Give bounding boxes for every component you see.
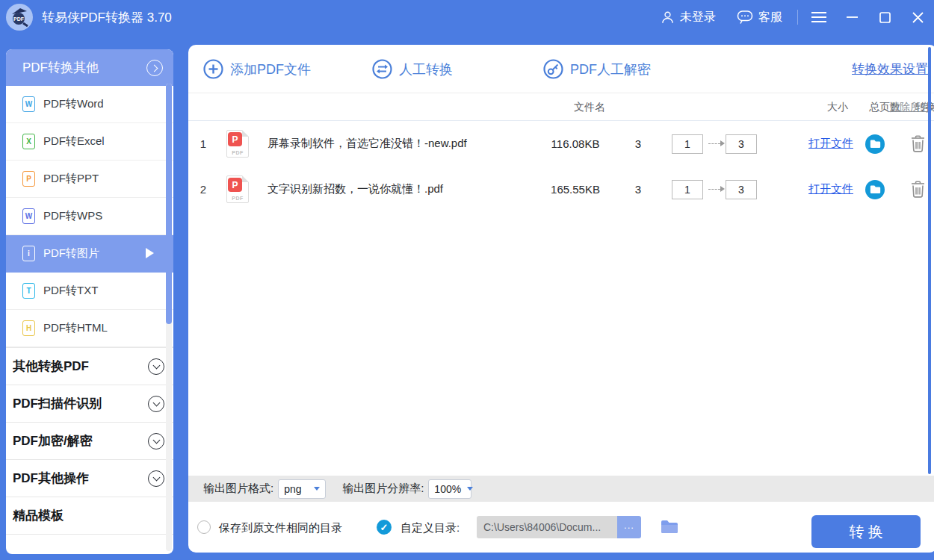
pdf-manual-decrypt-button[interactable]: PDF人工解密 [543, 45, 651, 93]
sidebar-item-pdf-to-excel[interactable]: X PDF转Excel [6, 123, 173, 161]
save-same-dir-label: 保存到原文件相同的目录 [219, 521, 342, 535]
support-button[interactable]: 客服 [726, 10, 793, 25]
sidebar-category-label: 精品模板 [13, 507, 64, 524]
clear-all-link[interactable]: 清除所有 [889, 101, 931, 114]
sidebar-header-pdf-convert-other[interactable]: PDF转换其他 [6, 49, 173, 86]
delete-file-button[interactable] [910, 135, 926, 153]
custom-dir-path-input[interactable] [477, 516, 617, 538]
output-settings-bar: 输出图片格式: png 输出图片分辨率: 100% [188, 476, 934, 502]
sidebar-category-premium-templates[interactable]: 精品模板 [6, 497, 173, 535]
output-format-label: 输出图片格式: [203, 482, 273, 496]
sidebar-header-label: PDF转换其他 [22, 59, 99, 76]
range-from-input[interactable] [672, 134, 703, 154]
sidebar-category-label: PDF扫描件识别 [13, 395, 102, 412]
table-row: 2 P PDF 文字识别新招数，一说你就懂！.pdf 165.55KB 3 打开… [188, 167, 934, 212]
sidebar-category-other-to-pdf[interactable]: 其他转换PDF [6, 348, 173, 385]
folder-icon [870, 184, 881, 194]
plus-circle-icon [203, 59, 223, 79]
delete-file-button[interactable] [910, 181, 926, 199]
conversion-effect-settings-link[interactable]: 转换效果设置 [852, 45, 928, 93]
sidebar-item-label: PDF转WPS [43, 209, 102, 223]
chevron-down-circle-icon [148, 358, 164, 375]
total-pages: 3 [617, 137, 659, 150]
main-panel: 添加PDF文件 人工转换 PDF人工解密 转换效果设置 [188, 45, 934, 553]
open-file-link[interactable]: 打开文件 [808, 137, 853, 151]
range-to-input[interactable] [726, 134, 757, 154]
range-to-input[interactable] [726, 180, 757, 199]
app-title: 转易侠PDF转换器 3.70 [42, 9, 172, 26]
sidebar-category-pdf-scan-ocr[interactable]: PDF扫描件识别 [6, 385, 173, 423]
pdf-ext-label: PDF [227, 150, 248, 155]
pdf-red-badge: P [228, 132, 242, 146]
save-same-dir-radio[interactable] [197, 520, 211, 534]
trash-icon [910, 181, 926, 199]
open-folder-button[interactable] [865, 134, 885, 154]
maximize-button[interactable] [868, 2, 901, 32]
sidebar-item-pdf-to-image[interactable]: i PDF转图片 [6, 235, 173, 273]
filename: 屏幕录制软件，首选它准没错！-new.pdf [257, 137, 534, 151]
folder-icon [661, 519, 678, 534]
sidebar-item-pdf-to-wps[interactable]: W PDF转WPS [6, 198, 173, 235]
sidebar-item-label: PDF转Excel [43, 134, 105, 149]
folder-icon [870, 139, 881, 149]
column-header-filename: 文件名 [574, 101, 605, 114]
add-pdf-files-button[interactable]: 添加PDF文件 [203, 45, 311, 93]
sidebar-item-pdf-to-word[interactable]: W PDF转Word [6, 86, 173, 123]
custom-dir-checkbox[interactable]: ✓ [377, 520, 392, 535]
login-button[interactable]: 未登录 [650, 10, 726, 25]
close-icon [912, 12, 924, 23]
sidebar-item-label: PDF转HTML [43, 321, 108, 335]
key-circle-icon [543, 59, 563, 79]
minimize-icon [847, 16, 858, 19]
close-button[interactable] [901, 2, 934, 32]
sidebar-category-pdf-encrypt-decrypt[interactable]: PDF加密/解密 [6, 423, 173, 460]
convert-button[interactable]: 转 换 [811, 515, 921, 548]
ppt-file-icon: P [22, 171, 35, 187]
hamburger-icon [811, 11, 827, 23]
sidebar-category-label: PDF其他操作 [13, 470, 89, 487]
swap-arrows-circle-icon [372, 59, 392, 79]
pdf-converter-window: { "colors": { "window_blue": "#4b7ce2", … [0, 0, 934, 560]
output-resolution-select[interactable]: 100% [428, 479, 471, 499]
minimize-button[interactable] [835, 2, 868, 32]
page-fold-corner [242, 175, 249, 182]
sidebar-item-label: PDF转图片 [43, 246, 99, 261]
chevron-down-circle-icon [148, 470, 164, 487]
output-format-select[interactable]: png [278, 479, 326, 499]
app-logo-icon: PDF [6, 4, 33, 31]
browse-directory-button[interactable]: ... [617, 516, 641, 538]
sidebar-category-pdf-other-ops[interactable]: PDF其他操作 [6, 460, 173, 497]
open-file-link[interactable]: 打开文件 [808, 182, 853, 196]
sidebar-scrollbar-thumb[interactable] [166, 84, 172, 324]
titlebar-divider [797, 10, 798, 25]
sidebar-item-pdf-to-ppt[interactable]: P PDF转PPT [6, 161, 173, 198]
wps-file-icon: W [22, 208, 35, 224]
open-folder-button[interactable] [865, 180, 885, 199]
menu-button[interactable] [802, 2, 835, 32]
table-header: 文件名 大小 总页数 转换页数范围 状态 清除所有 [188, 93, 934, 121]
open-output-folder-button[interactable] [661, 519, 678, 534]
sidebar-item-pdf-to-html[interactable]: H PDF转HTML [6, 310, 173, 347]
range-from-input[interactable] [672, 180, 703, 199]
chat-bubble-icon [737, 10, 753, 25]
file-size: 116.08KB [534, 137, 617, 150]
row-index: 2 [188, 183, 218, 196]
titlebar: PDF 转易侠PDF转换器 3.70 未登录 客服 [0, 0, 934, 34]
caret-down-icon [314, 487, 320, 491]
table-row: 1 P PDF 屏幕录制软件，首选它准没错！-new.pdf 116.08KB … [188, 121, 934, 167]
file-list: 1 P PDF 屏幕录制软件，首选它准没错！-new.pdf 116.08KB … [188, 121, 934, 476]
row-index: 1 [188, 137, 218, 150]
svg-text:PDF: PDF [13, 16, 25, 22]
page-fold-corner [242, 130, 249, 137]
total-pages: 3 [617, 183, 659, 196]
chevron-right-circle-icon [146, 60, 163, 76]
output-resolution-label: 输出图片分辨率: [342, 482, 424, 496]
manual-convert-button[interactable]: 人工转换 [372, 45, 453, 93]
trash-icon [910, 135, 926, 153]
sidebar-item-label: PDF转PPT [43, 172, 99, 186]
sidebar: PDF转换其他 W PDF转Word X PDF转Excel P PDF转PPT… [6, 49, 173, 554]
selected-arrow-icon [146, 248, 154, 258]
sidebar-item-pdf-to-txt[interactable]: T PDF转TXT [6, 273, 173, 310]
main-scrollbar-thumb[interactable] [928, 47, 931, 474]
sidebar-category-label: PDF加密/解密 [13, 432, 93, 449]
